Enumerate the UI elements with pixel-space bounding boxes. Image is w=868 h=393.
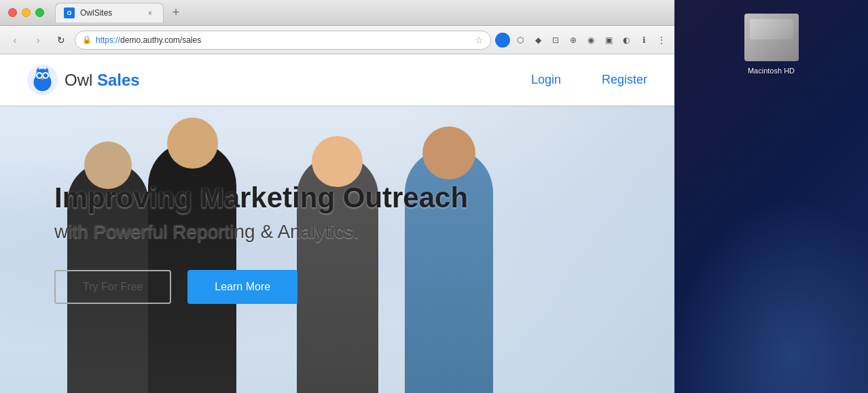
extension-6[interactable]: ▣ <box>601 33 616 48</box>
address-bar[interactable]: 🔒 https://demo.authy.com/sales ☆ <box>75 31 491 50</box>
close-button[interactable] <box>8 8 17 17</box>
try-free-button[interactable]: Try For Free <box>54 270 171 304</box>
tab-close-button[interactable]: × <box>145 8 155 18</box>
new-tab-button[interactable]: + <box>166 3 185 22</box>
toolbar: ‹ › ↻ 🔒 https://demo.authy.com/sales ☆ ⬡… <box>0 26 674 54</box>
url-rest: demo.authy.com/sales <box>120 35 201 45</box>
tab-bar: O OwlSites × + <box>55 3 185 22</box>
login-link[interactable]: Login <box>531 73 561 87</box>
hero-section: Improving Marketing Outreach with Powerf… <box>0 105 674 393</box>
maximize-button[interactable] <box>35 8 44 17</box>
hero-title: Improving Marketing Outreach <box>54 181 468 215</box>
extensions-icon[interactable] <box>495 33 510 48</box>
site-navigation: Login Register <box>531 73 647 87</box>
extension-2[interactable]: ◆ <box>530 33 545 48</box>
tab-favicon: O <box>64 7 75 18</box>
bookmark-icon[interactable]: ☆ <box>475 35 484 46</box>
svg-point-8 <box>43 73 48 78</box>
learn-more-button[interactable]: Learn More <box>187 270 297 304</box>
minimize-button[interactable] <box>22 8 31 17</box>
hero-subtitle: with Powerful Reporting & Analytics. <box>54 221 468 243</box>
site-header: Owl Sales Login Register <box>0 54 674 105</box>
hero-title-line1: Improving Marketing Outreach <box>54 181 468 215</box>
toolbar-icons: ⬡ ◆ ⊡ ⊕ ◉ ▣ ◐ ℹ ⋮ <box>495 33 669 48</box>
title-bar: O OwlSites × + <box>0 0 674 26</box>
svg-point-7 <box>37 73 41 78</box>
logo-text: Owl Sales <box>65 71 140 90</box>
hard-drive-label: Macintosh HD <box>748 67 795 75</box>
hero-content: Improving Marketing Outreach with Powerf… <box>0 181 468 317</box>
hard-drive-icon[interactable] <box>744 14 799 61</box>
lock-icon: 🔒 <box>82 35 92 44</box>
refresh-button[interactable]: ↻ <box>52 31 71 50</box>
extension-5[interactable]: ◉ <box>583 33 598 48</box>
register-link[interactable]: Register <box>602 73 647 87</box>
website: Owl Sales Login Register <box>0 54 674 393</box>
tab-title: OwlSites <box>80 8 112 18</box>
hero-buttons: Try For Free Learn More <box>54 270 468 304</box>
forward-button[interactable]: › <box>29 31 48 50</box>
url-display: https://demo.authy.com/sales <box>96 35 471 45</box>
extension-7[interactable]: ◐ <box>619 33 634 48</box>
logo-area: Owl Sales <box>27 65 140 95</box>
extension-1[interactable]: ⬡ <box>513 33 528 48</box>
logo-bold: Sales <box>97 71 140 89</box>
extension-4[interactable]: ⊕ <box>566 33 581 48</box>
info-icon[interactable]: ℹ <box>636 33 651 48</box>
back-button[interactable]: ‹ <box>5 31 24 50</box>
window-controls <box>8 8 44 17</box>
more-icon[interactable]: ⋮ <box>654 33 669 48</box>
owl-logo-icon <box>27 65 58 95</box>
url-https: https:// <box>96 35 120 45</box>
extension-3[interactable]: ⊡ <box>548 33 563 48</box>
browser-content: Owl Sales Login Register <box>0 54 674 393</box>
active-tab[interactable]: O OwlSites × <box>55 3 164 22</box>
desktop-sidebar: Macintosh HD <box>674 0 868 393</box>
